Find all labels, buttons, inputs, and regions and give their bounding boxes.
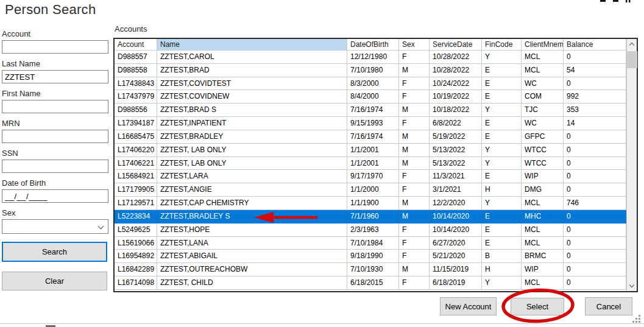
table-row[interactable]: D988558ZZTEST,BRAD7/10/1980M10/28/2022EM… [115,64,626,77]
cell: WIP [522,170,564,183]
cell: E [482,223,522,237]
cell: ZZTEST,BRAD S [157,104,347,117]
cell: M [399,157,430,171]
table-row[interactable]: L16685475ZZTEST,BRADLEY7/16/1974M5/19/20… [115,130,626,144]
cell: WIP [522,263,564,276]
cell: TJC [522,104,564,117]
cell: 11/3/2021 [430,170,482,183]
cell: ZZTEST, LAB ONLY [157,157,347,171]
last-name-field-block: Last Name [2,59,108,83]
scroll-down-arrow[interactable] [627,281,637,291]
table-row[interactable]: L5249625ZZTEST,HOPE2/3/1963F10/14/2020EM… [115,223,626,237]
cell: M [399,144,430,157]
scroll-up-arrow[interactable] [627,39,637,49]
table-row[interactable]: D988556ZZTEST,BRAD S7/16/1974M10/18/2022… [115,104,626,117]
cell: Y [482,157,522,171]
column-header[interactable]: Balance [564,39,626,51]
select-button[interactable]: Select [511,298,564,315]
cell: F [399,90,430,104]
account-field-block: Account [2,29,108,54]
column-header[interactable]: Account [115,39,157,51]
cell: MCL [522,223,564,237]
cell: M [399,197,430,210]
cell: WC [522,117,564,130]
table-row-selected[interactable]: L5223834ZZTEST,BRADLEY S7/1/1960M10/14/2… [115,210,626,223]
window-controls-partial-icons [600,0,631,2]
cell: WTCC [522,157,564,171]
sex-dropdown[interactable] [2,219,108,234]
table-row[interactable]: L17179905ZZTEST,ANGIE1/1/2000F3/1/2021HD… [115,183,626,197]
cell: L17129571 [115,197,157,210]
cell: E [482,77,522,91]
cell: 0 [564,170,626,183]
clear-button[interactable]: Clear [2,272,107,290]
table-row[interactable]: L16954892ZZTEST,ABIGAIL9/18/1990F5/21/20… [115,250,626,263]
table-row[interactable]: D988557ZZTEST,CAROL12/12/1980F10/28/2022… [115,51,626,64]
mrn-input[interactable] [2,130,108,143]
grid-caption: Accounts [115,24,147,33]
dob-input[interactable] [2,189,108,203]
column-header[interactable]: Name [157,39,347,51]
cell: ZZTEST,LARA [157,170,347,183]
cell: E [482,130,522,144]
cell: Y [482,197,522,210]
table-row[interactable]: L17437979ZZTEST,COVIDNEW8/4/2000F10/19/2… [115,90,626,104]
search-button[interactable]: Search [2,242,107,262]
first-name-input[interactable] [2,100,108,113]
cell: 0 [564,144,626,157]
cell: ZZTEST,COVIDTEST [157,77,347,91]
cell: L16685475 [115,130,157,144]
column-header[interactable]: FinCode [482,39,522,51]
cell: 0 [564,130,626,144]
table-row[interactable]: L17406221ZZTEST, LAB ONLY1/1/2001M5/13/2… [115,157,626,171]
last-name-input[interactable] [2,70,108,83]
cell: 10/14/2020 [430,210,482,223]
cell: D988556 [115,104,157,117]
cell: 5/19/2022 [430,130,482,144]
cell: E [482,64,522,77]
ssn-input[interactable] [2,160,108,173]
cell: 1/1/2001 [347,157,399,171]
column-header[interactable]: DateOfBirth [347,39,399,51]
cell: L17406221 [115,157,157,171]
sex-label: Sex [2,208,108,217]
ssn-field-block: SSN [2,149,108,173]
cell: 10/14/2020 [430,223,482,237]
cell: 9/18/1990 [347,250,399,263]
cell: DMG [522,183,564,197]
cell: ZZTEST, LAB ONLY [157,144,347,157]
column-header[interactable]: ClientMnem [522,39,564,51]
person-search-dialog: Person Search Account Last Name First Na… [0,0,644,327]
account-input[interactable] [2,40,108,54]
cell: F [399,237,430,250]
chevron-down-icon [98,223,104,230]
cell: 0 [564,77,626,91]
cell: 8/3/2000 [347,77,399,91]
table-row[interactable]: L15684921ZZTEST,LARA9/17/1970F11/3/2021E… [115,170,626,183]
mrn-field-block: MRN [2,119,108,143]
resize-grip-icon[interactable] [632,315,641,323]
table-row[interactable]: L17438843ZZTEST,COVIDTEST8/3/2000F10/24/… [115,77,626,91]
table-row[interactable]: L16842289ZZTEST,OUTREACHOBW7/10/1930M11/… [115,263,626,276]
cell: Y [482,276,522,290]
table-row[interactable]: L17394187ZZTEST,INPATIENT9/15/1993F6/8/2… [115,117,626,130]
cell: H [482,263,522,276]
cell: COM [522,90,564,104]
cell: MCL [522,197,564,210]
table-row[interactable]: L17406220ZZTEST, LAB ONLY1/1/2001M5/13/2… [115,144,626,157]
cell: 7/16/1974 [347,130,399,144]
table-row[interactable]: L15619066ZZTEST,LANA7/10/1984F6/27/2020E… [115,237,626,250]
cell: 10/28/2022 [430,64,482,77]
grid-vertical-scrollbar[interactable] [626,39,637,291]
column-header[interactable]: Sex [399,39,430,51]
cell: ZZTEST,BRAD [157,64,347,77]
table-row[interactable]: L17129571ZZTEST,CAP CHEMISTRY1/1/1900M12… [115,197,626,210]
window-bottom-edge [0,323,644,324]
table-row[interactable]: L16714098ZZTEST, CHILD6/18/2015F6/18/201… [115,276,626,290]
accounts-grid-body: AccountNameDateOfBirthSexServiceDateFinC… [115,39,626,291]
new-account-button[interactable]: New Account [440,297,497,315]
column-header[interactable]: ServiceDate [430,39,482,51]
scrollbar-thumb[interactable] [627,51,637,68]
cell: 6/18/2019 [430,276,482,290]
cancel-button[interactable]: Cancel [585,297,632,315]
